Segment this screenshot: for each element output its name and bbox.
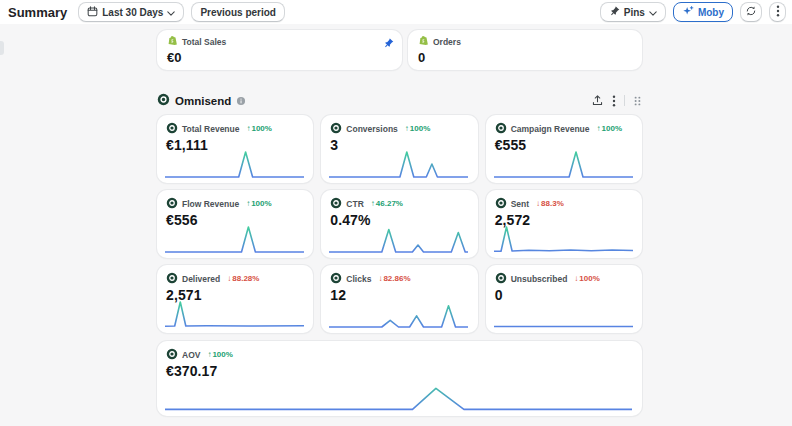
metric-label: Unsubscribed xyxy=(511,274,568,284)
omnisend-metric-icon xyxy=(166,270,178,288)
metric-card-header: Campaign Revenue ↑ 100% xyxy=(495,122,633,135)
section-kebab-icon[interactable] xyxy=(612,95,616,107)
kebab-menu-button[interactable] xyxy=(769,2,786,22)
metric-label: Conversions xyxy=(346,124,398,134)
metric-sparkline xyxy=(165,299,304,329)
metric-change-badge: ↓ 100% xyxy=(574,274,599,283)
metric-card-header: Delivered ↓ 88.28% xyxy=(166,272,304,285)
omnisend-icon xyxy=(157,92,170,110)
refresh-button[interactable] xyxy=(740,2,762,22)
omnisend-metric-icon xyxy=(330,195,342,213)
metric-card-header: Clicks ↓ 82.86% xyxy=(330,272,468,285)
summary-cards-row: Total Sales €0 Orders 0 xyxy=(157,30,642,65)
summary-card-value: €0 xyxy=(167,50,392,65)
metric-sparkline xyxy=(329,149,468,179)
metric-card-header: Unsubscribed ↓ 100% xyxy=(495,272,633,285)
date-range-button[interactable]: Last 30 Days xyxy=(78,2,184,22)
pins-label: Pins xyxy=(624,7,645,18)
metric-change-value: 100% xyxy=(602,124,622,133)
omnisend-metric-icon xyxy=(495,195,507,213)
metric-card[interactable]: Total Revenue ↑ 100% €1,111 xyxy=(157,115,313,183)
metric-card[interactable]: CTR ↑ 46.27% 0.47% xyxy=(321,190,477,258)
metric-change-value: 88.3% xyxy=(541,199,564,208)
metric-sparkline xyxy=(329,224,468,254)
metric-change-badge: ↑ 100% xyxy=(405,124,430,133)
metric-change-badge: ↑ 100% xyxy=(597,124,622,133)
trend-arrow-icon: ↑ xyxy=(207,350,211,359)
calendar-icon xyxy=(87,6,98,19)
metric-sparkline xyxy=(329,299,468,329)
metric-sparkline xyxy=(165,378,632,412)
metric-value: €370.17 xyxy=(166,363,633,379)
metric-sparkline xyxy=(165,149,304,179)
metric-card[interactable]: Campaign Revenue ↑ 100% €555 xyxy=(486,115,642,183)
section-title: Omnisend xyxy=(175,95,231,107)
moby-label: Moby xyxy=(698,7,724,18)
metric-change-value: 88.28% xyxy=(232,274,259,283)
total-sales-card[interactable]: Total Sales €0 xyxy=(157,30,402,70)
omnisend-metric-icon xyxy=(166,120,178,138)
chevron-down-icon xyxy=(167,7,175,18)
metric-card-header: Sent ↓ 88.3% xyxy=(495,197,633,210)
trend-arrow-icon: ↓ xyxy=(378,274,382,283)
moby-button[interactable]: Moby xyxy=(673,2,733,22)
omnisend-metric-icon xyxy=(495,270,507,288)
shopify-icon xyxy=(418,35,429,48)
metric-change-value: 100% xyxy=(251,199,271,208)
metric-change-badge: ↓ 88.3% xyxy=(536,199,564,208)
date-range-label: Last 30 Days xyxy=(102,7,163,18)
summary-card-label: Total Sales xyxy=(182,37,226,47)
metric-card[interactable]: Clicks ↓ 82.86% 12 xyxy=(321,265,477,333)
metric-sparkline xyxy=(494,299,633,329)
metric-card[interactable]: Flow Revenue ↑ 100% €556 xyxy=(157,190,313,258)
metric-change-value: 100% xyxy=(579,274,599,283)
metric-grid: Total Revenue ↑ 100% €1,111 Conversions … xyxy=(157,115,642,416)
metric-card[interactable]: Delivered ↓ 88.28% 2,571 xyxy=(157,265,313,333)
metric-card[interactable]: Sent ↓ 88.3% 2,572 xyxy=(486,190,642,258)
trend-arrow-icon: ↑ xyxy=(405,124,409,133)
metric-change-badge: ↓ 88.28% xyxy=(227,274,259,283)
summary-card-value: 0 xyxy=(418,50,632,65)
metric-card[interactable]: Conversions ↑ 100% 3 xyxy=(321,115,477,183)
metric-change-badge: ↑ 100% xyxy=(207,350,232,359)
metric-label: Clicks xyxy=(346,274,371,284)
trend-arrow-icon: ↑ xyxy=(246,124,250,133)
metric-label: Flow Revenue xyxy=(182,199,239,209)
orders-card[interactable]: Orders 0 xyxy=(408,30,642,70)
chevron-down-icon xyxy=(649,7,657,18)
metric-sparkline xyxy=(165,224,304,254)
metric-card-header: Flow Revenue ↑ 100% xyxy=(166,197,304,210)
pins-button[interactable]: Pins xyxy=(600,2,666,22)
trend-arrow-icon: ↑ xyxy=(246,199,250,208)
window-edge-artifact xyxy=(0,41,4,55)
pinned-pin-icon[interactable] xyxy=(383,35,394,53)
omnisend-metric-icon xyxy=(330,270,342,288)
omnisend-section-header: Omnisend xyxy=(157,93,642,108)
dashboard-content: Total Sales €0 Orders 0 Omnisend xyxy=(157,30,642,416)
omnisend-metric-icon xyxy=(166,195,178,213)
export-icon[interactable] xyxy=(591,94,604,107)
page-title: Summary xyxy=(8,5,67,20)
metric-change-badge: ↑ 46.27% xyxy=(371,199,403,208)
omnisend-metric-icon xyxy=(330,120,342,138)
metric-card[interactable]: AOV ↑ 100% €370.17 xyxy=(157,341,642,416)
drag-handle-icon[interactable] xyxy=(633,95,642,107)
metric-change-badge: ↑ 100% xyxy=(246,199,271,208)
omnisend-metric-icon xyxy=(166,346,178,364)
metric-sparkline xyxy=(494,224,633,254)
omnisend-metric-icon xyxy=(495,120,507,138)
sparkle-icon xyxy=(682,5,694,19)
metric-label: Delivered xyxy=(182,274,220,284)
metric-change-value: 100% xyxy=(410,124,430,133)
metric-label: CTR xyxy=(346,199,363,209)
trend-arrow-icon: ↓ xyxy=(536,199,540,208)
metric-card-header: AOV ↑ 100% xyxy=(166,348,633,361)
metric-change-value: 100% xyxy=(251,124,271,133)
metric-change-badge: ↑ 100% xyxy=(246,124,271,133)
info-icon[interactable] xyxy=(236,92,246,110)
metric-card[interactable]: Unsubscribed ↓ 100% 0 xyxy=(486,265,642,333)
previous-period-button[interactable]: Previous period xyxy=(191,2,285,22)
top-bar: Summary Last 30 Days Previous period Pin… xyxy=(0,0,792,24)
shopify-icon xyxy=(167,35,178,48)
metric-label: Sent xyxy=(511,199,529,209)
